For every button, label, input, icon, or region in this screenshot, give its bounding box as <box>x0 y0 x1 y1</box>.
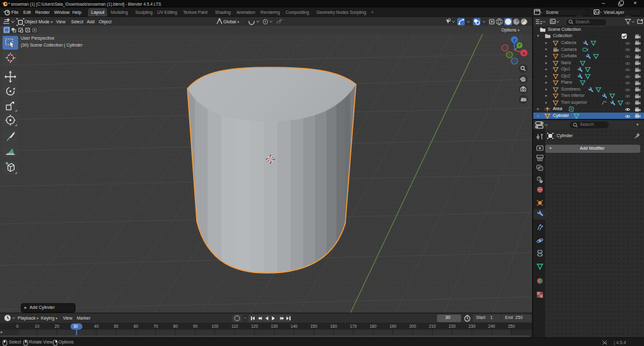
svg-text:Z: Z <box>513 38 516 42</box>
svg-text:X: X <box>523 52 525 55</box>
svg-text:Y: Y <box>518 43 521 47</box>
